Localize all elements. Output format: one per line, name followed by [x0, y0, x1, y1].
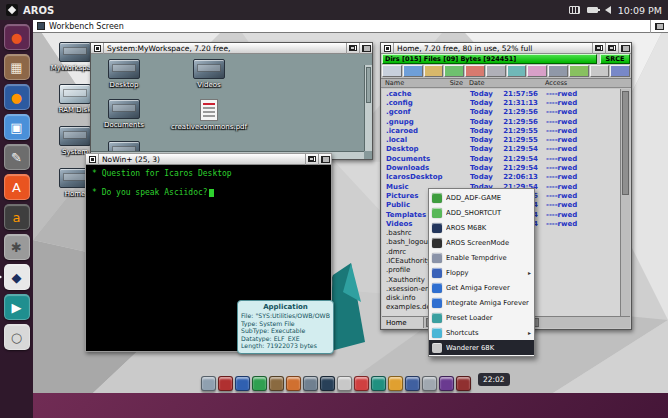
file-row[interactable]: IcarosDesktop Today 22:06:13 ----rwed — [382, 173, 620, 182]
workbench-menu-bar[interactable]: Workbench Screen — [33, 20, 668, 33]
menu-item-icon — [432, 328, 442, 338]
file-row[interactable]: .config Today 21:31:13 ----rwed — [382, 98, 620, 107]
file-date: Today — [464, 145, 498, 153]
lister-toolbar-button[interactable] — [569, 65, 589, 77]
menu-item-label: ADD_ADF-GAME — [446, 194, 529, 202]
lister-source-badge[interactable]: SRCE — [600, 54, 630, 64]
drawer-item-icon[interactable]: Desktop — [101, 59, 147, 89]
launcher-item[interactable]: ○ — [4, 324, 30, 350]
lister-toolbar-button[interactable] — [527, 65, 547, 77]
file-row[interactable]: Downloads Today 21:29:54 ----rwed — [382, 163, 620, 172]
window-titlebar[interactable]: Home, 7.20 free, 80 in use, 52% full — [381, 43, 631, 54]
drawer-item-icon[interactable]: Videos — [153, 59, 265, 89]
column-access[interactable]: Access — [537, 79, 631, 87]
file-row[interactable]: .local Today 21:29:55 ----rwed — [382, 135, 620, 144]
lister-toolbar-button[interactable] — [590, 65, 610, 77]
launcher-icon-glyph: ▦ — [10, 61, 22, 74]
launcher-item[interactable]: ● — [4, 84, 30, 110]
vertical-scrollbar[interactable] — [620, 89, 630, 316]
close-gadget[interactable] — [91, 43, 104, 54]
lister-toolbar-button[interactable] — [465, 65, 485, 77]
launcher-item[interactable]: a — [4, 204, 30, 230]
file-row[interactable]: .gnupg Today 21:29:56 ----rwed — [382, 117, 620, 126]
lister-path-button[interactable]: Home — [382, 317, 424, 328]
dock-icon[interactable] — [201, 376, 216, 391]
lister-toolbar-button[interactable] — [610, 65, 630, 77]
menu-item[interactable]: ADD_ADF-GAME — [429, 190, 534, 205]
file-row[interactable]: .icaroed Today 21:29:55 ----rwed — [382, 126, 620, 135]
launcher-item[interactable]: ▦ — [4, 54, 30, 80]
dock-icon[interactable] — [371, 376, 386, 391]
close-gadget[interactable] — [381, 43, 394, 54]
lister-toolbar-button[interactable] — [548, 65, 568, 77]
column-headers[interactable]: Name Size Date Access — [381, 79, 631, 88]
dock-icon[interactable] — [405, 376, 420, 391]
clock-indicator[interactable]: 10:09 PM — [618, 5, 662, 16]
zoom-gadget[interactable] — [346, 43, 359, 54]
file-name: Downloads — [382, 164, 446, 172]
window-titlebar[interactable]: NoWin+ (25, 3) — [86, 154, 331, 165]
file-name: .gnupg — [382, 118, 446, 126]
screen-depth-gadget[interactable] — [650, 20, 668, 33]
window-titlebar[interactable]: System:MyWorkspace, 7.20 free, — [91, 43, 372, 54]
launcher-item[interactable]: ▶ — [4, 294, 30, 320]
menu-item[interactable]: Integrate Amiga Forever — [429, 295, 534, 310]
column-name[interactable]: Name — [381, 79, 445, 87]
menu-item[interactable]: Floppy ▸ — [429, 265, 534, 280]
zoom-gadget[interactable] — [605, 43, 618, 54]
lister-toolbar-button[interactable] — [424, 65, 444, 77]
launcher-item[interactable]: ✎ — [4, 144, 30, 170]
dock-icon[interactable] — [354, 376, 369, 391]
file-access: ----rwed — [538, 118, 620, 126]
menu-item[interactable]: Get Amiga Forever — [429, 280, 534, 295]
dock-icon[interactable] — [320, 376, 335, 391]
dock-icon[interactable] — [456, 376, 471, 391]
depth-gadget[interactable] — [318, 154, 331, 165]
launcher-item[interactable]: ● — [4, 24, 30, 50]
dock-icon[interactable] — [337, 376, 352, 391]
column-date[interactable]: Date — [463, 79, 537, 87]
battery-icon[interactable] — [587, 7, 598, 13]
close-gadget[interactable] — [86, 154, 99, 165]
launcher-item[interactable]: ▣ — [4, 114, 30, 140]
volume-icon[interactable] — [605, 6, 611, 14]
dock-icon[interactable] — [252, 376, 267, 391]
depth-gadget[interactable] — [618, 43, 631, 54]
menu-item[interactable]: Enable Tempdrive — [429, 250, 534, 265]
column-size[interactable]: Size — [445, 79, 463, 87]
dock-icon[interactable] — [286, 376, 301, 391]
dock-icon[interactable] — [303, 376, 318, 391]
menu-item[interactable]: AROS ScreenMode — [429, 235, 534, 250]
dock-icon[interactable] — [422, 376, 437, 391]
dock-icon[interactable] — [388, 376, 403, 391]
file-row[interactable]: .gconf Today 21:29:56 ----rwed — [382, 108, 620, 117]
drawer-item-icon[interactable]: Documents — [101, 99, 147, 131]
zoom-gadget[interactable] — [305, 154, 318, 165]
lister-toolbar-button[interactable] — [486, 65, 506, 77]
lister-toolbar-button[interactable] — [403, 65, 423, 77]
launcher-item[interactable]: A — [4, 174, 30, 200]
lister-toolbar-button[interactable] — [382, 65, 402, 77]
lister-toolbar-button[interactable] — [507, 65, 527, 77]
depth-gadget[interactable] — [359, 43, 372, 54]
menu-item[interactable]: Preset Loader — [429, 310, 534, 325]
menu-item[interactable]: ADD_SHORTCUT — [429, 205, 534, 220]
dock-icon[interactable] — [439, 376, 454, 391]
iconify-gadget[interactable] — [592, 43, 605, 54]
menu-item[interactable]: Wanderer 68K — [429, 340, 534, 355]
scrollbar-thumb[interactable] — [622, 91, 629, 195]
file-row[interactable]: Documents Today 21:29:54 ----rwed — [382, 154, 620, 163]
drawer-item-icon[interactable]: creativecommons.pdf — [153, 99, 265, 131]
file-row[interactable]: .cache Today 21:57:56 ----rwed — [382, 89, 620, 98]
file-row[interactable]: Desktop Today 21:29:54 ----rwed — [382, 145, 620, 154]
vertical-scrollbar[interactable] — [364, 65, 372, 151]
dock-icon[interactable] — [235, 376, 250, 391]
dock-icon[interactable] — [269, 376, 284, 391]
dock-icon[interactable] — [218, 376, 233, 391]
launcher-item[interactable]: ✱ — [4, 234, 30, 260]
launcher-item[interactable]: ◆ — [4, 264, 30, 290]
lister-toolbar-button[interactable] — [444, 65, 464, 77]
keyboard-indicator-icon[interactable] — [569, 6, 580, 14]
menu-item[interactable]: Shortcuts ▸ — [429, 325, 534, 340]
menu-item[interactable]: AROS M68K — [429, 220, 534, 235]
